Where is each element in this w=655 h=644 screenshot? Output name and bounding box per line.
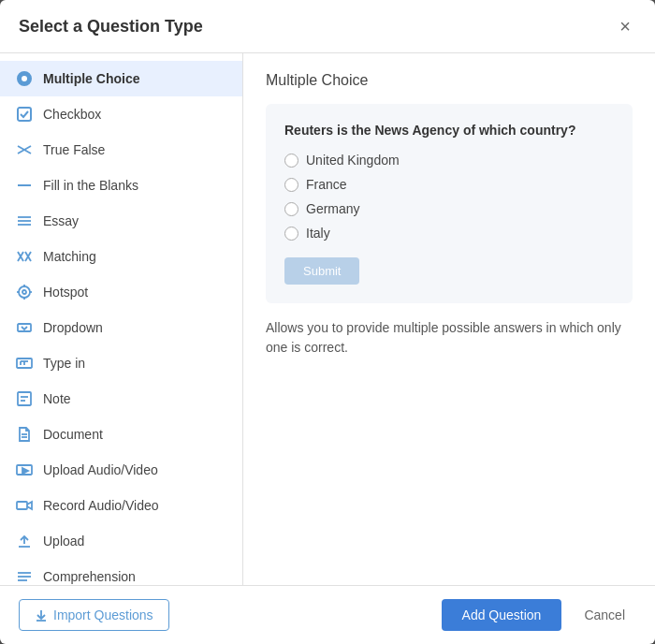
option-radio-1 [284,154,298,168]
option-row-4: Italy [284,226,614,241]
option-radio-3 [284,202,298,216]
sidebar-item-label: True False [43,142,105,157]
option-label-1: United Kingdom [306,153,400,168]
comprehension-icon [15,567,34,585]
sidebar-item-type-in[interactable]: Type in [0,345,242,381]
svg-rect-22 [18,392,31,405]
content-title: Multiple Choice [266,72,633,89]
sidebar-item-label: Dropdown [43,320,103,335]
document-icon [15,425,34,444]
add-question-button[interactable]: Add Question [442,599,562,631]
sidebar-item-checkbox[interactable]: Checkbox [0,96,242,132]
option-label-3: Germany [306,201,360,216]
sidebar: Multiple Choice Checkbox [0,53,243,585]
checkbox-icon [15,105,34,124]
sidebar-item-label: Comprehension [43,569,136,584]
modal-header: Select a Question Type × [0,0,655,53]
content-area: Multiple Choice Reuters is the News Agen… [243,53,655,585]
sidebar-item-upload[interactable]: Upload [0,523,242,559]
note-icon [15,389,34,408]
option-label-4: Italy [306,226,330,241]
sidebar-item-record-av[interactable]: Record Audio/Video [0,488,242,523]
hotspot-icon [15,283,34,301]
preview-submit-button[interactable]: Submit [284,257,359,285]
option-row-3: Germany [284,201,614,216]
svg-marker-28 [22,468,28,474]
svg-point-12 [22,290,26,294]
sidebar-item-upload-av[interactable]: Upload Audio/Video [0,452,242,488]
sidebar-item-label: Fill in the Blanks [43,178,138,193]
content-description: Allows you to provide multiple possible … [266,318,633,358]
modal: Select a Question Type × Multiple Choice [0,0,655,644]
true-false-icon [15,140,34,159]
record-av-icon [15,496,34,515]
sidebar-item-fill-blanks[interactable]: Fill in the Blanks [0,168,242,203]
sidebar-item-label: Document [43,427,103,442]
option-label-2: France [306,177,347,192]
modal-title: Select a Question Type [19,17,203,37]
upload-av-icon [15,461,34,479]
sidebar-item-label: Matching [43,249,96,264]
option-radio-4 [284,227,298,241]
modal-footer: Import Questions Add Question Cancel [0,585,655,644]
sidebar-item-matching[interactable]: Matching [0,239,242,274]
option-row-2: France [284,177,614,192]
sidebar-item-hotspot[interactable]: Hotspot [0,274,242,310]
essay-icon [15,212,34,230]
import-icon [35,608,48,622]
svg-rect-0 [18,108,31,121]
sidebar-item-label: Record Audio/Video [43,498,159,513]
modal-body: Multiple Choice Checkbox [0,53,655,585]
sidebar-item-essay[interactable]: Essay [0,203,242,239]
sidebar-item-document[interactable]: Document [0,417,242,452]
preview-box: Reuters is the News Agency of which coun… [266,104,633,303]
sidebar-item-label: Hotspot [43,285,88,300]
sidebar-item-label: Type in [43,356,85,371]
option-radio-2 [284,178,298,192]
sidebar-item-label: Multiple Choice [43,71,139,86]
sidebar-item-label: Upload [43,534,84,549]
close-button[interactable]: × [614,15,636,37]
dropdown-icon [15,318,34,337]
sidebar-item-multiple-choice[interactable]: Multiple Choice [0,61,242,96]
sidebar-item-note[interactable]: Note [0,381,242,417]
type-in-icon [15,354,34,373]
sidebar-item-label: Note [43,391,71,406]
sidebar-item-label: Essay [43,213,79,228]
sidebar-item-dropdown[interactable]: Dropdown [0,310,242,345]
upload-icon [15,532,34,550]
fill-blanks-icon [15,176,34,195]
sidebar-item-label: Upload Audio/Video [43,462,158,477]
sidebar-item-comprehension[interactable]: Comprehension [0,559,242,585]
cancel-button[interactable]: Cancel [573,599,636,631]
import-questions-button[interactable]: Import Questions [19,599,169,631]
radio-icon [15,69,34,88]
sidebar-item-label: Checkbox [43,107,101,122]
modal-overlay: Select a Question Type × Multiple Choice [0,0,655,644]
preview-question: Reuters is the News Agency of which coun… [284,123,614,138]
option-row-1: United Kingdom [284,153,614,168]
svg-point-11 [19,286,30,298]
matching-icon [15,247,34,266]
sidebar-item-true-false[interactable]: True False [0,132,242,168]
svg-rect-29 [17,502,27,509]
